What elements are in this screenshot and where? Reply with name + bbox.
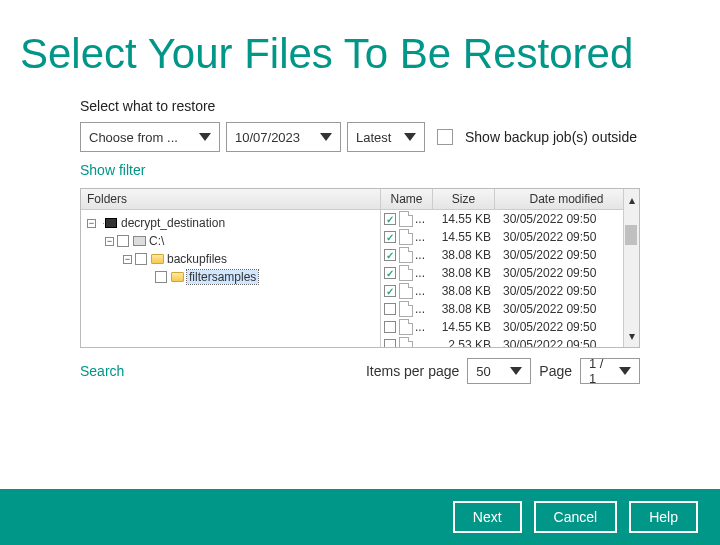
- next-button[interactable]: Next: [453, 501, 522, 533]
- file-checkbox[interactable]: [384, 231, 396, 243]
- file-date: 30/05/2022 09:50: [497, 212, 639, 226]
- chevron-down-icon: [320, 133, 332, 141]
- file-checkbox[interactable]: [384, 303, 396, 315]
- page-title: Select Your Files To Be Restored: [0, 0, 720, 98]
- tree-node-filtersamples[interactable]: filtersamples: [187, 270, 258, 284]
- chevron-down-icon: [619, 367, 631, 375]
- search-link[interactable]: Search: [80, 363, 124, 379]
- file-icon: [399, 247, 413, 263]
- chevron-down-icon: [404, 133, 416, 141]
- show-outside-label: Show backup job(s) outside: [465, 129, 637, 145]
- tree-checkbox[interactable]: [117, 235, 129, 247]
- page-dropdown[interactable]: 1 / 1: [580, 358, 640, 384]
- file-size: 38.08 KB: [435, 302, 497, 316]
- page-label: Page: [539, 363, 572, 379]
- source-dropdown[interactable]: Choose from ...: [80, 122, 220, 152]
- items-per-page-label: Items per page: [366, 363, 459, 379]
- file-checkbox[interactable]: [384, 249, 396, 261]
- file-size: 38.08 KB: [435, 284, 497, 298]
- date-dropdown-value: 10/07/2023: [235, 130, 300, 145]
- source-dropdown-value: Choose from ...: [89, 130, 178, 145]
- version-dropdown-value: Latest: [356, 130, 391, 145]
- file-icon: [399, 265, 413, 281]
- tree-checkbox[interactable]: [155, 271, 167, 283]
- tree-node-root[interactable]: decrypt_destination: [121, 216, 225, 230]
- file-row[interactable]: ...38.08 KB30/05/2022 09:50: [381, 282, 639, 300]
- folder-icon: [170, 270, 184, 284]
- file-name: ...: [415, 212, 435, 226]
- show-outside-checkbox[interactable]: [437, 129, 453, 145]
- file-size: 38.08 KB: [435, 248, 497, 262]
- scroll-down-icon[interactable]: ▾: [629, 325, 635, 347]
- folders-pane: Folders − decrypt_destination − C:\ −: [81, 189, 381, 347]
- file-checkbox[interactable]: [384, 339, 396, 347]
- file-date: 30/05/2022 09:50: [497, 230, 639, 244]
- tree-checkbox[interactable]: [135, 253, 147, 265]
- help-button[interactable]: Help: [629, 501, 698, 533]
- file-size: 2.53 KB: [435, 338, 497, 347]
- files-pane: Name Size Date modified ...14.55 KB30/05…: [381, 189, 639, 347]
- column-name[interactable]: Name: [381, 189, 433, 209]
- file-date: 30/05/2022 09:50: [497, 284, 639, 298]
- file-icon: [399, 301, 413, 317]
- file-date: 30/05/2022 09:50: [497, 302, 639, 316]
- file-row[interactable]: ...38.08 KB30/05/2022 09:50: [381, 264, 639, 282]
- scroll-thumb[interactable]: [625, 225, 637, 245]
- page-value: 1 / 1: [589, 356, 611, 386]
- computer-icon: [104, 216, 118, 230]
- file-size: 14.55 KB: [435, 320, 497, 334]
- date-dropdown[interactable]: 10/07/2023: [226, 122, 341, 152]
- file-checkbox[interactable]: [384, 267, 396, 279]
- file-name: ...: [415, 284, 435, 298]
- file-name: ...: [415, 230, 435, 244]
- file-date: 30/05/2022 09:50: [497, 338, 639, 347]
- file-size: 14.55 KB: [435, 230, 497, 244]
- file-name: ...: [415, 248, 435, 262]
- tree-collapse-icon[interactable]: −: [123, 255, 132, 264]
- file-row[interactable]: ...2.53 KB30/05/2022 09:50: [381, 336, 639, 347]
- file-name: ...: [415, 302, 435, 316]
- file-name: ...: [415, 320, 435, 334]
- chevron-down-icon: [510, 367, 522, 375]
- file-row[interactable]: ...38.08 KB30/05/2022 09:50: [381, 246, 639, 264]
- file-icon: [399, 337, 413, 347]
- tree-node-drive[interactable]: C:\: [149, 234, 164, 248]
- file-checkbox[interactable]: [384, 285, 396, 297]
- file-row[interactable]: ...14.55 KB30/05/2022 09:50: [381, 228, 639, 246]
- chevron-down-icon: [199, 133, 211, 141]
- file-date: 30/05/2022 09:50: [497, 266, 639, 280]
- show-filter-link[interactable]: Show filter: [80, 162, 640, 178]
- folders-header: Folders: [81, 189, 380, 210]
- scrollbar[interactable]: ▴ ▾: [623, 189, 639, 347]
- scroll-up-icon[interactable]: ▴: [629, 189, 635, 211]
- files-header: Name Size Date modified: [381, 189, 639, 210]
- footer: Next Cancel Help: [0, 489, 720, 545]
- file-name: ...: [415, 266, 435, 280]
- file-size: 14.55 KB: [435, 212, 497, 226]
- tree-node-backupfiles[interactable]: backupfiles: [167, 252, 227, 266]
- file-checkbox[interactable]: [384, 321, 396, 333]
- file-date: 30/05/2022 09:50: [497, 248, 639, 262]
- drive-icon: [132, 234, 146, 248]
- cancel-button[interactable]: Cancel: [534, 501, 618, 533]
- column-size[interactable]: Size: [433, 189, 495, 209]
- file-date: 30/05/2022 09:50: [497, 320, 639, 334]
- file-icon: [399, 229, 413, 245]
- file-icon: [399, 211, 413, 227]
- column-date[interactable]: Date modified: [495, 189, 639, 209]
- tree-collapse-icon[interactable]: −: [105, 237, 114, 246]
- file-icon: [399, 319, 413, 335]
- file-size: 38.08 KB: [435, 266, 497, 280]
- items-per-page-value: 50: [476, 364, 490, 379]
- folder-icon: [150, 252, 164, 266]
- restore-label: Select what to restore: [80, 98, 640, 114]
- version-dropdown[interactable]: Latest: [347, 122, 425, 152]
- file-browser: Folders − decrypt_destination − C:\ −: [80, 188, 640, 348]
- file-row[interactable]: ...14.55 KB30/05/2022 09:50: [381, 318, 639, 336]
- pager: Items per page 50 Page 1 / 1: [366, 358, 640, 384]
- items-per-page-dropdown[interactable]: 50: [467, 358, 531, 384]
- file-row[interactable]: ...38.08 KB30/05/2022 09:50: [381, 300, 639, 318]
- file-checkbox[interactable]: [384, 213, 396, 225]
- tree-collapse-icon[interactable]: −: [87, 219, 96, 228]
- file-row[interactable]: ...14.55 KB30/05/2022 09:50: [381, 210, 639, 228]
